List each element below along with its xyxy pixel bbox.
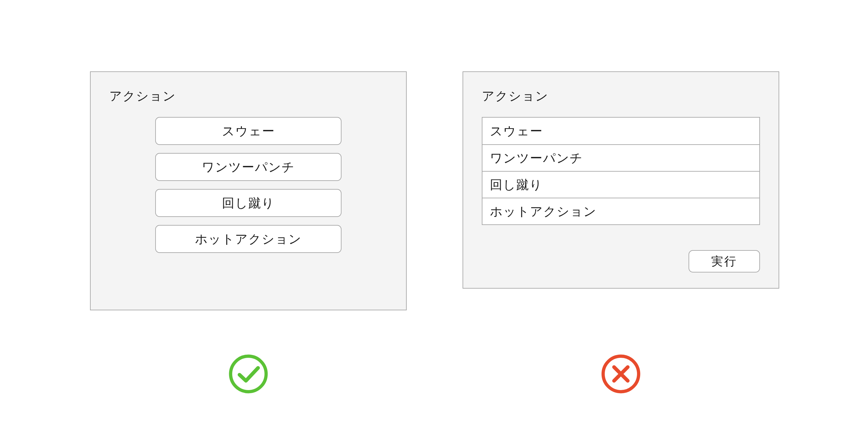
action-button[interactable]: ワンツーパンチ bbox=[155, 153, 341, 181]
action-button[interactable]: ホットアクション bbox=[155, 225, 341, 253]
list-item[interactable]: スウェー bbox=[483, 118, 760, 144]
comparison-diagram: アクション スウェー ワンツーパンチ 回し蹴り ホットアクション アクション ス… bbox=[0, 0, 868, 427]
action-button[interactable]: 回し蹴り bbox=[155, 189, 341, 217]
checkmark-icon bbox=[228, 354, 269, 394]
bad-panel-title: アクション bbox=[482, 88, 760, 105]
action-button[interactable]: スウェー bbox=[155, 117, 341, 145]
bad-example-panel: アクション スウェー ワンツーパンチ 回し蹴り ホットアクション 実行 bbox=[463, 71, 779, 289]
execute-button[interactable]: 実行 bbox=[688, 250, 760, 272]
cross-icon bbox=[601, 354, 641, 394]
good-action-list: スウェー ワンツーパンチ 回し蹴り ホットアクション bbox=[109, 117, 388, 253]
good-panel-title: アクション bbox=[109, 88, 388, 105]
bad-action-list: スウェー ワンツーパンチ 回し蹴り ホットアクション bbox=[482, 117, 760, 225]
list-item[interactable]: ワンツーパンチ bbox=[483, 144, 760, 171]
svg-point-0 bbox=[231, 356, 266, 392]
good-example-panel: アクション スウェー ワンツーパンチ 回し蹴り ホットアクション bbox=[90, 71, 407, 310]
list-item[interactable]: ホットアクション bbox=[483, 198, 760, 224]
list-item[interactable]: 回し蹴り bbox=[483, 171, 760, 198]
